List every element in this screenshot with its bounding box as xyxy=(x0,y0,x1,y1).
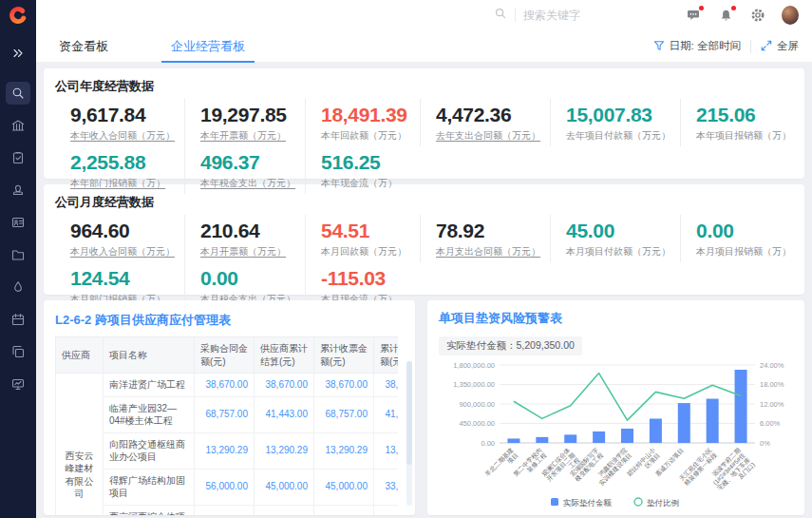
amount-cell[interactable]: 13,290.29 xyxy=(255,432,314,469)
kpi-label[interactable]: 去年支出合同额（万元） xyxy=(436,129,540,143)
water-drop-icon xyxy=(10,279,26,295)
risk-chart[interactable]: 1,800,000.0024.00%1,350,000.0018.00%900,… xyxy=(439,357,793,509)
app-logo[interactable] xyxy=(0,0,36,30)
amount-cell[interactable]: 68,757.00 xyxy=(195,396,255,432)
kpi-value: 0.00 xyxy=(696,220,791,242)
x-axis-label: 碧比特中山小区项目 xyxy=(626,446,662,482)
bar-8[interactable] xyxy=(735,370,747,443)
bell-icon[interactable] xyxy=(717,7,734,24)
kpi-annual-7: 496.37本年税金支出（万元） xyxy=(184,146,305,194)
sidebar-item-clipboard-check-icon[interactable] xyxy=(6,146,30,169)
bar-7[interactable] xyxy=(707,399,719,443)
sidebar-item-search-icon[interactable] xyxy=(6,82,30,105)
sidebar-item-water-drop-icon[interactable] xyxy=(6,276,30,298)
project-name-cell: 临港产业园32—04#楼主体工程 xyxy=(104,396,195,432)
sidebar-item-expand-icon[interactable] xyxy=(6,42,30,65)
amount-cell[interactable]: 68,757.00 xyxy=(314,396,374,432)
tab-funds-board[interactable]: 资金看板 xyxy=(49,30,118,63)
sidebar-item-calendar-icon[interactable] xyxy=(6,308,30,331)
sidebar-item-stamp-icon[interactable] xyxy=(6,179,30,201)
kpi-value: 9,617.84 xyxy=(70,104,175,126)
table-row: 临港产业园32—04#楼主体工程68,757.0041,443.0068,757… xyxy=(56,396,399,432)
amount-cell[interactable]: 45,000.00 xyxy=(314,469,374,505)
annual-kpi-card: 公司年度经营数据 9,617.84本年收入合同额（万元）19,297.85本年开… xyxy=(44,68,804,179)
search-input[interactable]: 搜索关键字 xyxy=(494,7,637,24)
kpi-label[interactable]: 本年收入合同额（万元） xyxy=(70,129,175,143)
legend-line-swatch[interactable] xyxy=(634,498,642,506)
tab-enterprise-board[interactable]: 企业经营看板 xyxy=(161,30,255,63)
kpi-label[interactable]: 本月支出合同额（万元） xyxy=(436,245,540,259)
amount-cell[interactable]: 40,273.00 xyxy=(255,505,314,515)
bar-3[interactable] xyxy=(593,432,605,443)
amount-cell[interactable]: 13,290.29 xyxy=(195,432,255,469)
kpi-value: 0.00 xyxy=(200,267,295,290)
avatar[interactable] xyxy=(782,7,799,24)
kpi-value: 215.06 xyxy=(696,104,791,126)
bar-5[interactable] xyxy=(650,418,662,443)
amount-cell[interactable]: 13,290.29 xyxy=(374,432,399,469)
amount-cell[interactable]: 41,443.00 xyxy=(255,396,314,432)
table-scrollbar[interactable] xyxy=(406,361,412,506)
kpi-value: 516.25 xyxy=(321,151,410,174)
bar-6[interactable] xyxy=(678,403,690,443)
svg-text:0.00: 0.00 xyxy=(481,439,495,448)
sidebar-item-folder-icon[interactable] xyxy=(6,243,30,266)
bar-1[interactable] xyxy=(536,437,548,443)
bar-4[interactable] xyxy=(621,429,633,443)
kpi-value: 124.54 xyxy=(70,267,175,290)
amount-cell[interactable]: 41,443.00 xyxy=(374,396,399,432)
bar-2[interactable] xyxy=(564,434,576,443)
sidebar-item-copy-icon[interactable] xyxy=(6,340,30,363)
kpi-label[interactable]: 本年税金支出（万元） xyxy=(200,177,295,190)
kpi-label[interactable]: 本年部门报销额（万） xyxy=(70,177,175,190)
kpi-label[interactable]: 本月收入合同额（万元） xyxy=(70,245,175,259)
amount-cell[interactable]: 57,273.00 xyxy=(195,505,255,515)
svg-text:18.00%: 18.00% xyxy=(760,380,784,389)
amount-cell[interactable]: 56,000.00 xyxy=(195,469,255,505)
svg-text:900,000.00: 900,000.00 xyxy=(459,400,495,409)
kpi-value: 18,491.39 xyxy=(321,104,410,126)
message-icon[interactable] xyxy=(685,7,702,24)
search-placeholder: 搜索关键字 xyxy=(523,8,637,24)
gear-icon[interactable] xyxy=(749,7,766,24)
amount-cell[interactable]: 38,670.00 xyxy=(374,374,399,397)
amount-cell[interactable]: 38,670.00 xyxy=(314,374,374,397)
amount-cell[interactable]: 57,273.00 xyxy=(314,505,374,515)
legend-line-label[interactable]: 垫付比例 xyxy=(647,498,679,508)
fullscreen-button[interactable]: 全屏 xyxy=(761,39,799,53)
kpi-annual-5: 215.06本年项目报销额（万） xyxy=(680,99,801,146)
legend-bar-label[interactable]: 实际垫付金额 xyxy=(563,498,613,508)
legend-bar-swatch[interactable] xyxy=(551,498,558,506)
x-axis-label: 羊北二期基建项目 xyxy=(483,446,519,482)
amount-cell[interactable]: 13,290.29 xyxy=(314,432,374,469)
folder-icon xyxy=(10,247,26,262)
kpi-monthly-2: 54.51本月回款额（万元） xyxy=(305,215,420,262)
risk-panel-title: 单项目垫资风险预警表 xyxy=(439,310,793,327)
amount-cell[interactable]: 33,000.00 xyxy=(374,469,399,505)
kpi-label: 本年现金流（万） xyxy=(321,177,410,190)
bar-0[interactable] xyxy=(507,438,519,443)
kpi-label[interactable]: 本月开票额（万元） xyxy=(200,245,295,259)
supplier-payables-panel: L2-6-2 跨项目供应商应付管理表 供应商项目名称采购合同金额(元)供应商累计… xyxy=(44,300,415,515)
sidebar-item-monitor-icon[interactable] xyxy=(6,373,30,395)
sidebar-item-bank-icon[interactable] xyxy=(6,114,30,137)
kpi-label[interactable]: 本年开票额（万元） xyxy=(200,129,295,143)
kpi-monthly-0: 964.60本月收入合同额（万元） xyxy=(55,215,184,262)
date-filter[interactable]: 日期: 全部时间 xyxy=(653,39,741,53)
kpi-annual-6: 2,255.88本年部门报销额（万） xyxy=(55,146,184,194)
message-badge xyxy=(699,6,704,10)
amount-cell[interactable]: 14,071.00 xyxy=(374,505,399,515)
project-name-cell: 得辉广场结构加固项目 xyxy=(104,469,195,505)
bell-badge xyxy=(731,6,736,10)
sidebar xyxy=(0,0,36,518)
amount-cell[interactable]: 38,670.00 xyxy=(255,374,314,397)
filter-funnel-icon xyxy=(653,40,665,53)
bank-icon xyxy=(10,118,26,133)
svg-text:6.00%: 6.00% xyxy=(760,419,781,428)
kpi-annual-1: 19,297.85本年开票额（万元） xyxy=(184,99,305,146)
sidebar-item-id-card-icon[interactable] xyxy=(6,211,30,234)
amount-cell[interactable]: 38,670.00 xyxy=(195,374,255,397)
clipboard-check-icon xyxy=(10,150,26,165)
amount-cell[interactable]: 45,000.00 xyxy=(255,469,314,505)
x-axis-label: 第二中学校内装修工程 xyxy=(512,446,548,482)
